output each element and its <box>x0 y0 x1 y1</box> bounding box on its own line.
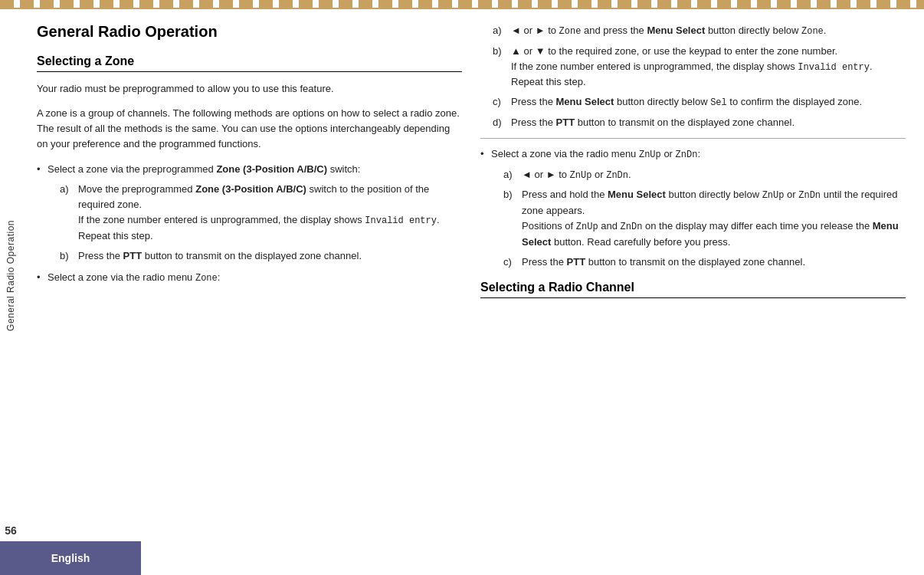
bullet-list: Select a zone via the preprogrammed Zone… <box>37 162 462 286</box>
sidebar-label: General Radio Operation <box>5 220 16 331</box>
top-border <box>0 0 924 9</box>
right-sub-d-text: Press the PTT button to transmit on the … <box>511 117 795 128</box>
right-sub-a-mono2: Zone <box>801 26 824 37</box>
right-bullet2-mono1: ZnUp <box>639 150 661 160</box>
bullet1-sub-a: a) Move the preprogrammed Zone (3-Positi… <box>60 182 462 244</box>
para1: Your radio must be preprogrammed to allo… <box>37 81 462 97</box>
sidebar: General Radio Operation <box>0 9 21 541</box>
znup-sub-b-mono1: ZnUp <box>762 190 785 201</box>
section1-divider <box>37 71 462 72</box>
section2-heading: Selecting a Radio Channel <box>480 281 906 294</box>
right-znup-subitems: a) ◄ or ► to ZnUp or ZnDn. b) Press and … <box>503 167 906 270</box>
bullet1-subitems: a) Move the preprogrammed Zone (3-Positi… <box>60 182 462 264</box>
bullet1-sub-a-bold: Zone (3-Position A/B/C) <box>195 183 306 195</box>
bullet1-sub-b-bold: PTT <box>123 250 143 261</box>
right-sub-c-text: Press the Menu Select button directly be… <box>511 96 862 107</box>
right-sub-c-label: c) <box>493 94 501 110</box>
main-heading: General Radio Operation <box>37 23 462 41</box>
bullet1-sub-a-mono: Invalid entry <box>365 215 437 226</box>
znup-sub-a-mono1: ZnUp <box>570 170 592 181</box>
right-sub-d-label: d) <box>493 115 502 130</box>
language-tab[interactable]: English <box>0 541 141 575</box>
right-sub-a-label: a) <box>493 23 502 38</box>
right-sub-a: a) ◄ or ► to Zone and press the Menu Sel… <box>493 23 906 39</box>
right-column: a) ◄ or ► to Zone and press the Menu Sel… <box>480 23 906 527</box>
znup-sub-c-text: Press the PTT button to transmit on the … <box>522 256 805 268</box>
left-column: General Radio Operation Selecting a Zone… <box>37 23 462 527</box>
bullet2: Select a zone via the radio menu Zone: <box>37 270 462 286</box>
bullet1-sub-a-text: Move the preprogrammed Zone (3-Position … <box>78 183 440 242</box>
right-sub-a-mono1: Zone <box>559 26 582 37</box>
bullet2-mono: Zone <box>195 273 218 284</box>
right-sub-a-bold: Menu Select <box>647 25 705 36</box>
language-label: English <box>51 552 90 564</box>
bullet1-sub-b-text: Press the PTT button to transmit on the … <box>78 250 362 261</box>
section1-heading: Selecting a Zone <box>37 54 462 68</box>
bullet1-sub-b-label: b) <box>60 248 69 264</box>
right-sub-c-bold: Menu Select <box>556 96 614 107</box>
bullet2-text: Select a zone via the radio menu Zone: <box>48 271 220 283</box>
znup-sub-a-label: a) <box>503 167 513 182</box>
bullet1-bold: Zone (3-Position A/B/C) <box>216 163 327 175</box>
right-sub-b-mono: Invalid entry <box>798 62 870 73</box>
right-sub-c-mono: Sel <box>710 97 727 108</box>
right-sub-d: d) Press the PTT button to transmit on t… <box>493 115 906 130</box>
bullet1-sub-b: b) Press the PTT button to transmit on t… <box>60 248 462 264</box>
znup-sub-c-bold: PTT <box>567 256 586 268</box>
znup-sub-a-mono2: ZnDn <box>606 170 628 181</box>
main-content: General Radio Operation Selecting a Zone… <box>21 9 924 541</box>
znup-sub-a: a) ◄ or ► to ZnUp or ZnDn. <box>503 167 906 183</box>
znup-sub-b-label: b) <box>503 187 513 202</box>
right-sub-a-text: ◄ or ► to Zone and press the Menu Select… <box>511 25 826 36</box>
znup-sub-b-text: Press and hold the Menu Select button di… <box>522 189 899 247</box>
znup-sub-b-bold: Menu Select <box>608 189 666 200</box>
para2: A zone is a group of channels. The follo… <box>37 106 462 152</box>
bullet1: Select a zone via the preprogrammed Zone… <box>37 162 462 264</box>
right-sub-d-bold: PTT <box>556 117 575 128</box>
znup-sub-b-mono2: ZnDn <box>798 190 821 201</box>
right-sub-c: c) Press the Menu Select button directly… <box>493 94 906 110</box>
bullet1-sub-a-label: a) <box>60 182 69 197</box>
right-sub-b: b) ▲ or ▼ to the required zone, or use t… <box>493 44 906 90</box>
right-sub-b-text: ▲ or ▼ to the required zone, or use the … <box>511 45 873 88</box>
right-bullet2: Select a zone via the radio menu ZnUp or… <box>480 146 906 270</box>
znup-sub-c: c) Press the PTT button to transmit on t… <box>503 255 906 270</box>
right-bullet2-mono2: ZnDn <box>676 150 698 160</box>
znup-sub-b: b) Press and hold the Menu Select button… <box>503 187 906 249</box>
right-bullet-list: Select a zone via the radio menu ZnUp or… <box>480 146 906 270</box>
bullet1-text: Select a zone via the preprogrammed Zone… <box>48 163 360 175</box>
znup-sub-b-mono4: ZnDn <box>621 222 643 232</box>
mid-divider <box>480 138 906 139</box>
znup-sub-a-text: ◄ or ► to ZnUp or ZnDn. <box>522 169 631 180</box>
znup-sub-c-label: c) <box>503 255 512 270</box>
right-zone-subitems: a) ◄ or ► to Zone and press the Menu Sel… <box>493 23 906 130</box>
right-sub-b-label: b) <box>493 44 502 59</box>
znup-sub-b-mono3: ZnUp <box>576 222 598 232</box>
right-bullet2-text: Select a zone via the radio menu ZnUp or… <box>491 148 700 159</box>
section2-divider <box>480 297 906 298</box>
page-number: 56 <box>0 520 21 541</box>
